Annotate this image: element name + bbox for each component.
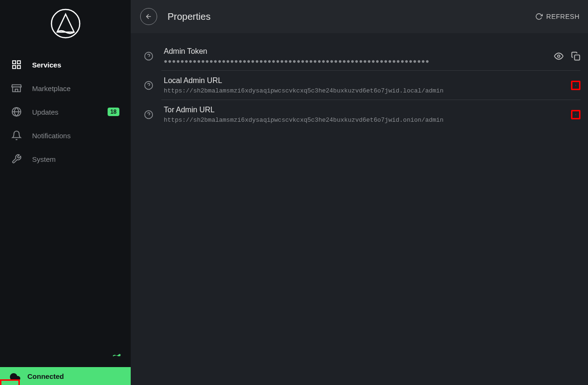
sidebar-item-services[interactable]: Services — [0, 53, 131, 76]
page-title: Properties — [168, 11, 535, 22]
property-value: https://sh2bmalamsmzi6xdysaqipwcscvkcxq5… — [164, 117, 563, 124]
property-actions — [571, 110, 580, 119]
property-actions — [571, 81, 580, 90]
sidebar-item-label: Notifications — [32, 132, 119, 140]
dragon-icon — [112, 351, 121, 358]
globe-icon — [11, 107, 22, 117]
svg-rect-15 — [576, 115, 576, 115]
property-row-tor-admin-url: Tor Admin URL https://sh2bmalamsmzi6xdys… — [131, 100, 588, 129]
connection-status-label: Connected — [27, 372, 64, 380]
property-content: Tor Admin URL https://sh2bmalamsmzi6xdys… — [164, 106, 563, 124]
help-icon[interactable] — [144, 110, 153, 119]
store-icon — [11, 83, 22, 93]
property-title: Admin Token — [164, 47, 546, 56]
property-title: Tor Admin URL — [164, 106, 563, 114]
refresh-label: REFRESH — [546, 13, 580, 20]
reveal-button[interactable] — [554, 51, 563, 61]
refresh-icon — [535, 13, 543, 20]
main-panel: Properties REFRESH Admin Token ●●●●●●●●●… — [131, 0, 588, 385]
back-button[interactable] — [140, 8, 157, 25]
property-row-admin-token: Admin Token ●●●●●●●●●●●●●●●●●●●●●●●●●●●●… — [131, 42, 588, 71]
tools-icon — [11, 154, 22, 164]
properties-list: Admin Token ●●●●●●●●●●●●●●●●●●●●●●●●●●●●… — [131, 33, 588, 138]
help-icon[interactable] — [144, 51, 153, 61]
refresh-button[interactable]: REFRESH — [535, 13, 580, 20]
sidebar-item-notifications[interactable]: Notifications — [0, 124, 131, 147]
svg-rect-1 — [13, 61, 16, 64]
sidebar-item-label: Services — [32, 61, 119, 69]
bell-icon — [11, 130, 22, 141]
sidebar-item-updates[interactable]: Updates 18 — [0, 100, 131, 124]
property-value: https://sh2bmalamsmzi6xdysaqipwcscvkcxq5… — [164, 87, 563, 94]
svg-rect-9 — [575, 55, 580, 60]
sidebar-item-label: Marketplace — [32, 84, 119, 92]
arrow-left-icon — [145, 13, 152, 20]
copy-button[interactable] — [571, 110, 580, 119]
sidebar-item-label: System — [32, 155, 119, 163]
property-title: Local Admin URL — [164, 76, 563, 85]
svg-rect-3 — [13, 66, 16, 68]
connection-status-bar[interactable]: Connected — [0, 367, 131, 385]
sidebar-item-label: Updates — [32, 108, 108, 116]
svg-point-8 — [558, 55, 560, 58]
eye-icon — [554, 51, 563, 61]
grid-icon — [11, 59, 22, 70]
svg-rect-4 — [17, 66, 20, 68]
nav-list: Services Marketplace Updates 18 Notifica… — [0, 53, 131, 367]
svg-rect-12 — [576, 85, 576, 86]
property-content: Local Admin URL https://sh2bmalamsmzi6xd… — [164, 76, 563, 94]
help-icon[interactable] — [144, 81, 153, 90]
app-logo-icon — [50, 8, 81, 39]
annotation-highlight — [0, 379, 20, 385]
updates-badge: 18 — [108, 108, 119, 116]
copy-icon — [575, 110, 576, 119]
property-actions — [554, 51, 580, 61]
property-content: Admin Token ●●●●●●●●●●●●●●●●●●●●●●●●●●●●… — [164, 47, 546, 65]
property-row-local-admin-url: Local Admin URL https://sh2bmalamsmzi6xd… — [131, 71, 588, 100]
page-header: Properties REFRESH — [131, 0, 588, 33]
copy-button[interactable] — [571, 51, 580, 61]
sidebar-item-system[interactable]: System — [0, 147, 131, 171]
property-value: ●●●●●●●●●●●●●●●●●●●●●●●●●●●●●●●●●●●●●●●●… — [164, 58, 546, 65]
sidebar-item-marketplace[interactable]: Marketplace — [0, 76, 131, 100]
logo-container — [0, 0, 131, 53]
svg-rect-2 — [17, 61, 20, 64]
copy-button[interactable] — [571, 81, 580, 90]
copy-icon — [575, 81, 576, 90]
copy-icon — [571, 51, 580, 61]
sidebar: Services Marketplace Updates 18 Notifica… — [0, 0, 131, 385]
